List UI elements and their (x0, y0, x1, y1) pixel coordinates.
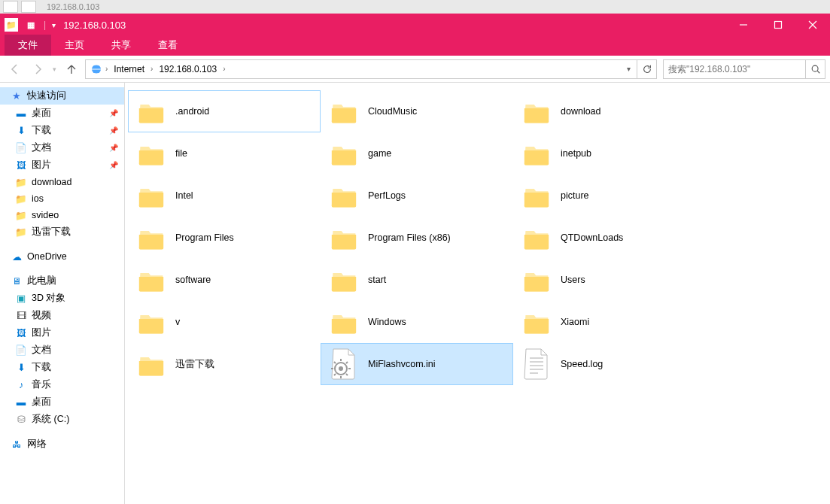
content-pane[interactable]: .android CloudMusic download file game i… (125, 83, 830, 504)
sidebar-item-label: 系统 (C:) (32, 413, 69, 426)
sidebar-item-文档[interactable]: 📄 文档 (0, 342, 124, 359)
sidebar: ★ 快速访问 ▬ 桌面 📌 ⬇ 下载 📌 📄 文档 📌 🖼 图片 📌 📁 dow… (0, 83, 125, 504)
search-box[interactable] (663, 59, 806, 79)
sidebar-item-桌面[interactable]: ▬ 桌面 📌 (0, 105, 124, 122)
file-thumb (327, 305, 360, 339)
browser-tab-remnant: 192.168.0.103 (0, 0, 830, 14)
sidebar-item-3D 对象[interactable]: ▣ 3D 对象 (0, 290, 124, 307)
history-dropdown-icon[interactable]: ▾ (53, 65, 56, 73)
folder-icon (521, 183, 552, 208)
sidebar-item-下载[interactable]: ⬇ 下载 📌 (0, 122, 124, 139)
sidebar-item-系统 (C:)[interactable]: ⛁ 系统 (C:) (0, 411, 124, 428)
refresh-button[interactable] (637, 59, 657, 79)
close-button[interactable] (795, 14, 830, 36)
search-button[interactable] (806, 59, 825, 79)
search-input[interactable] (668, 64, 801, 74)
file-item[interactable]: Speed.log (513, 343, 706, 385)
remnant-tab-2[interactable] (21, 1, 36, 13)
chevron-right-icon[interactable]: › (150, 65, 153, 73)
sidebar-item-svideo[interactable]: 📁 svideo (0, 207, 124, 223)
file-thumb (520, 95, 553, 128)
breadcrumb-internet[interactable]: Internet (111, 62, 147, 76)
file-item[interactable]: game (321, 132, 513, 175)
chevron-right-icon[interactable]: › (223, 65, 225, 73)
sidebar-item-label: 桌面 (32, 396, 51, 408)
ribbon-tabs: 文件 主页 共享 查看 (0, 36, 830, 56)
breadcrumb-host[interactable]: 192.168.0.103 (156, 62, 220, 76)
sidebar-label: OneDrive (27, 251, 67, 262)
sidebar-label: 网络 (27, 438, 47, 451)
file-item[interactable]: PerfLogs (321, 175, 513, 217)
folder-icon (135, 309, 167, 335)
forward-button[interactable] (30, 62, 45, 77)
file-label: Xiaomi (561, 317, 589, 327)
tab-home[interactable]: 主页 (51, 35, 98, 56)
sidebar-item-label: 下载 (32, 124, 51, 137)
file-item[interactable]: start (321, 259, 513, 301)
up-button[interactable] (64, 62, 79, 77)
file-thumb (520, 348, 553, 381)
sidebar-item-图片[interactable]: 🖼 图片 📌 (0, 156, 124, 174)
address-bar[interactable]: › Internet › 192.168.0.103 › ▾ (85, 59, 637, 79)
folder-icon (521, 99, 552, 124)
sidebar-item-音乐[interactable]: ♪ 音乐 (0, 376, 124, 393)
window-controls (726, 14, 830, 36)
file-item[interactable]: file (128, 132, 321, 175)
file-item[interactable]: download (513, 90, 706, 132)
remnant-tab-1[interactable] (3, 1, 18, 13)
file-item[interactable]: CloudMusic (321, 90, 513, 132)
sidebar-item-迅雷下载[interactable]: 📁 迅雷下载 (0, 223, 124, 241)
back-button[interactable] (8, 62, 23, 77)
file-item[interactable]: .android (128, 90, 321, 132)
file-item[interactable]: Program Files (128, 217, 321, 259)
file-thumb (520, 137, 553, 170)
folder-icon: 📁 (15, 176, 27, 188)
sidebar-item-图片[interactable]: 🖼 图片 (0, 324, 124, 342)
sidebar-quick-access[interactable]: ★ 快速访问 (0, 87, 124, 105)
pin-icon: 📌 (109, 144, 118, 152)
sidebar-item-ios[interactable]: 📁 ios (0, 190, 124, 207)
sidebar-onedrive[interactable]: ☁ OneDrive (0, 248, 124, 265)
folder-icon (328, 309, 360, 335)
file-item[interactable]: Xiaomi (513, 301, 706, 343)
qat-dropdown-icon[interactable]: ▾ (52, 21, 56, 29)
sidebar-item-label: svideo (32, 210, 59, 220)
minimize-button[interactable] (726, 14, 761, 36)
tab-file[interactable]: 文件 (5, 35, 51, 56)
tab-share[interactable]: 共享 (98, 35, 144, 56)
chevron-right-icon[interactable]: › (105, 65, 108, 73)
sidebar-this-pc[interactable]: 🖥 此电脑 (0, 272, 124, 290)
folder-icon (521, 267, 552, 293)
file-item[interactable]: QTDownLoads (513, 217, 706, 259)
video-icon: 🎞 (15, 310, 27, 322)
sidebar-item-下载[interactable]: ⬇ 下载 (0, 359, 124, 376)
file-item[interactable]: Intel (128, 175, 321, 217)
file-item[interactable]: 迅雷下载 (128, 343, 321, 385)
tab-view[interactable]: 查看 (144, 35, 191, 56)
file-label: file (175, 148, 187, 159)
sidebar-item-download[interactable]: 📁 download (0, 174, 124, 190)
sidebar-item-label: 图片 (32, 159, 51, 172)
address-dropdown-icon[interactable]: ▾ (622, 65, 635, 73)
file-item[interactable]: v (128, 301, 321, 343)
nav-arrows: ▾ (8, 62, 79, 77)
maximize-button[interactable] (761, 14, 795, 36)
file-item[interactable]: inetpub (513, 132, 706, 175)
file-item[interactable]: picture (513, 175, 706, 217)
file-item[interactable]: Users (513, 259, 706, 301)
sidebar-item-视频[interactable]: 🎞 视频 (0, 307, 124, 324)
sidebar-item-文档[interactable]: 📄 文档 📌 (0, 139, 124, 156)
folder-icon (135, 267, 167, 293)
quick-access-toolbar: 📁 ▦ | ▾ (5, 18, 56, 32)
sidebar-item-桌面[interactable]: ▬ 桌面 (0, 393, 124, 411)
folder-icon (135, 99, 167, 124)
sidebar-network[interactable]: 🖧 网络 (0, 436, 124, 453)
file-item[interactable]: Windows (321, 301, 513, 343)
file-item[interactable]: Program Files (x86) (321, 217, 513, 259)
file-label: game (368, 148, 391, 159)
file-item[interactable]: software (128, 259, 321, 301)
qat-properties-icon[interactable]: ▦ (24, 18, 38, 32)
folder-icon (328, 99, 360, 124)
file-item[interactable]: MiFlashvcom.ini (321, 343, 513, 385)
app-icon[interactable]: 📁 (5, 18, 18, 32)
